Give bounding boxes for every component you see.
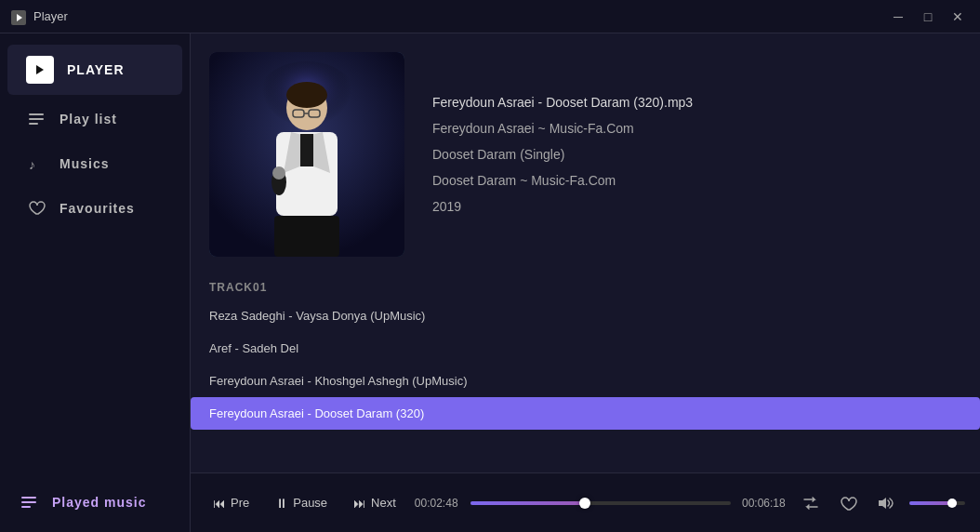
minimize-button[interactable]: ─ [887, 6, 909, 28]
track-item[interactable]: Reza Sadeghi - Vaysa Donya (UpMusic) [191, 299, 980, 332]
window-title: Player [33, 9, 887, 23]
playlist-icon [26, 110, 46, 128]
svg-rect-8 [21, 501, 36, 503]
svg-rect-17 [300, 134, 313, 166]
song-subtitle: Dooset Daram ~ Music-Fa.Com [432, 173, 961, 188]
repeat-button[interactable] [798, 490, 824, 516]
sidebar-favourites-label: Favourites [60, 201, 135, 216]
album-art-image [209, 52, 404, 257]
volume-bar[interactable] [909, 501, 965, 505]
sidebar-item-player[interactable]: PLAYER [7, 45, 182, 95]
song-info: Fereydoun Asraei - Dooset Daram (320).mp… [432, 52, 961, 257]
next-label: Next [371, 496, 396, 510]
favourite-button[interactable] [835, 490, 861, 516]
song-year: 2019 [432, 199, 961, 214]
svg-marker-24 [879, 498, 886, 509]
pause-icon: ⏸ [275, 496, 288, 511]
svg-point-13 [286, 82, 327, 108]
played-music-label: Played music [52, 495, 147, 510]
sidebar-item-favourites[interactable]: Favourites [7, 188, 182, 229]
top-section: Fereydoun Asraei - Dooset Daram (320).mp… [191, 33, 980, 275]
time-total: 00:06:18 [742, 497, 787, 510]
window-controls: ─ □ ✕ [887, 6, 969, 28]
svg-rect-3 [29, 113, 44, 115]
track-section-header: TRACK01 [191, 275, 980, 299]
progress-thumb [579, 498, 590, 509]
prev-button[interactable]: ⏮ Pre [205, 492, 257, 514]
sidebar-playlist-label: Play list [60, 112, 117, 126]
song-album: Dooset Daram (Single) [432, 147, 961, 162]
next-icon: ⏭ [353, 496, 366, 511]
pause-button[interactable]: ⏸ Pause [268, 492, 335, 514]
track-item-active[interactable]: Fereydoun Asraei - Dooset Daram (320) [191, 397, 980, 430]
close-button[interactable]: ✕ [947, 6, 969, 28]
app-icon [11, 9, 26, 24]
sidebar-player-label: PLAYER [67, 62, 125, 77]
content-area: Fereydoun Asraei - Dooset Daram (320).mp… [191, 33, 980, 532]
svg-point-19 [272, 166, 285, 180]
volume-thumb [947, 499, 957, 508]
favourites-icon [26, 199, 46, 218]
titlebar: Player ─ □ ✕ [0, 0, 980, 33]
svg-rect-4 [29, 118, 44, 120]
volume-fill [909, 501, 957, 505]
time-current: 00:02:48 [415, 497, 459, 510]
sidebar: PLAYER Play list ♪ Musics [0, 33, 191, 532]
svg-marker-2 [36, 65, 44, 74]
musics-icon: ♪ [26, 154, 46, 173]
volume-icon[interactable] [872, 490, 898, 516]
svg-rect-20 [274, 216, 339, 257]
track-list: TRACK01 Reza Sadeghi - Vaysa Donya (UpMu… [191, 275, 980, 472]
main-layout: PLAYER Play list ♪ Musics [0, 33, 980, 532]
svg-rect-9 [21, 506, 31, 508]
progress-bar[interactable] [470, 501, 731, 505]
album-art [209, 52, 404, 257]
svg-text:♪: ♪ [29, 157, 35, 172]
extra-controls [798, 490, 965, 516]
player-bar: ⏮ Pre ⏸ Pause ⏭ Next 00:02:48 [191, 472, 980, 532]
next-button[interactable]: ⏭ Next [346, 492, 404, 514]
maximize-button[interactable]: □ [917, 6, 939, 28]
progress-fill [470, 501, 585, 505]
svg-rect-7 [21, 497, 36, 499]
song-artist: Fereydoun Asraei ~ Music-Fa.Com [432, 121, 961, 136]
prev-label: Pre [231, 496, 249, 510]
sidebar-item-musics[interactable]: ♪ Musics [7, 143, 182, 184]
track-item[interactable]: Fereydoun Asraei - Khoshgel Ashegh (UpMu… [191, 365, 980, 397]
sidebar-item-playlist[interactable]: Play list [7, 99, 182, 140]
sidebar-musics-label: Musics [60, 156, 109, 171]
prev-icon: ⏮ [213, 496, 226, 511]
song-filename: Fereydoun Asraei - Dooset Daram (320).mp… [432, 95, 961, 110]
played-music-icon [19, 493, 39, 512]
svg-rect-5 [29, 123, 38, 125]
track-item[interactable]: Aref - Sadeh Del [191, 332, 980, 365]
player-icon-box [26, 56, 54, 84]
played-music-section[interactable]: Played music [0, 482, 190, 523]
pause-label: Pause [293, 496, 327, 510]
